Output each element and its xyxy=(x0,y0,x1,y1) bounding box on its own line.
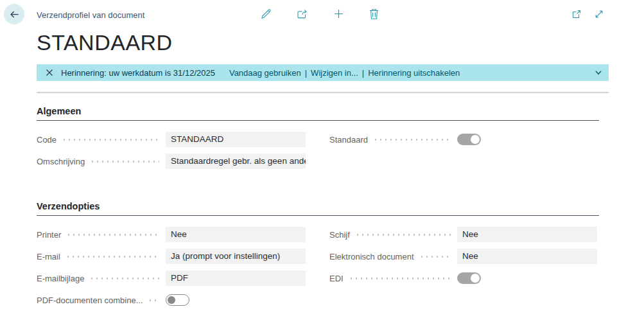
dotted-leader xyxy=(373,139,451,141)
standaard-label: Standaard xyxy=(329,135,368,145)
omschrijving-field[interactable]: Standaardregel gebr. als geen ander... xyxy=(166,154,306,169)
elektronisch-document-label: Elektronisch document xyxy=(329,252,414,261)
field-row-omschrijving: Omschrijving Standaardregel gebr. als ge… xyxy=(37,154,306,169)
field-row-schijf: Schijf Nee xyxy=(329,227,597,242)
edi-toggle[interactable] xyxy=(457,272,481,284)
action-toolbar xyxy=(260,8,379,20)
use-today-link[interactable]: Vandaag gebruiken xyxy=(229,68,301,78)
pdf-combineren-toggle[interactable] xyxy=(166,294,189,306)
close-icon[interactable] xyxy=(46,69,53,76)
field-row-email: E-mail Ja (prompt voor instellingen) xyxy=(37,249,306,264)
document-sending-profile-page: Verzendprofiel van document xyxy=(0,0,644,336)
section-title-algemeen[interactable]: Algemeen xyxy=(37,106,599,121)
back-arrow-icon xyxy=(9,9,20,20)
section-title-verzendopties[interactable]: Verzendopties xyxy=(37,201,599,216)
dotted-leader xyxy=(66,234,159,236)
omschrijving-label: Omschrijving xyxy=(37,157,85,166)
emailbijlage-label: E-mailbijlage xyxy=(37,274,84,283)
expand-icon[interactable] xyxy=(594,9,604,19)
code-field[interactable]: STANDAARD xyxy=(166,132,306,147)
separator: | xyxy=(362,68,364,78)
reminder-notification-bar: Herinnering: uw werkdatum is 31/12/2025 … xyxy=(37,64,609,81)
reminder-message: Herinnering: uw werkdatum is 31/12/2025 xyxy=(61,68,215,78)
field-row-edi: EDI xyxy=(329,270,597,286)
dotted-leader xyxy=(355,234,451,236)
schijf-label: Schijf xyxy=(329,230,350,240)
chevron-down-icon[interactable] xyxy=(594,68,603,77)
field-row-standaard: Standaard xyxy=(329,132,597,147)
reminder-actions: Vandaag gebruiken | Wijzigen in... | Her… xyxy=(229,68,460,78)
dotted-leader xyxy=(89,278,159,279)
page-caption: Verzendprofiel van document xyxy=(37,10,144,20)
field-row-emailbijlage: E-mailbijlage PDF xyxy=(37,270,306,286)
section-algemeen: Algemeen Code STANDAARD Omschrijving Sta… xyxy=(37,106,644,175)
edi-label: EDI xyxy=(329,274,344,283)
emailbijlage-field[interactable]: PDF xyxy=(166,270,306,286)
standaard-toggle[interactable] xyxy=(457,134,481,145)
printer-label: Printer xyxy=(37,230,61,240)
dotted-leader xyxy=(62,139,159,141)
section-verzendopties: Verzendopties Printer Nee E-mail Ja (pro… xyxy=(37,201,644,314)
header-divider xyxy=(37,92,609,93)
back-button[interactable] xyxy=(4,4,24,24)
email-label: E-mail xyxy=(37,252,60,261)
field-row-code: Code STANDAARD xyxy=(37,132,306,147)
share-icon[interactable] xyxy=(296,8,309,20)
delete-icon[interactable] xyxy=(369,8,379,20)
field-row-pdf-combineren: PDF-documenten combine... xyxy=(37,292,306,308)
popout-icon[interactable] xyxy=(571,9,582,19)
printer-field[interactable]: Nee xyxy=(166,227,306,242)
elektronisch-document-field[interactable]: Nee xyxy=(457,249,597,264)
email-field[interactable]: Ja (prompt voor instellingen) xyxy=(166,249,306,264)
top-bar: Verzendprofiel van document xyxy=(0,0,644,28)
schijf-field[interactable]: Nee xyxy=(457,227,597,242)
add-new-icon[interactable] xyxy=(333,8,345,20)
dotted-leader xyxy=(65,256,159,258)
page-title: STANDAARD xyxy=(37,30,644,55)
change-to-link[interactable]: Wijzigen in... xyxy=(311,68,358,78)
dotted-leader xyxy=(419,256,451,258)
window-controls xyxy=(571,9,604,19)
dotted-leader xyxy=(349,278,451,279)
field-row-elektronisch-document: Elektronisch document Nee xyxy=(329,249,597,264)
dotted-leader xyxy=(90,161,159,163)
field-row-printer: Printer Nee xyxy=(37,227,306,242)
separator: | xyxy=(305,68,307,78)
edit-icon[interactable] xyxy=(260,8,272,20)
code-label: Code xyxy=(37,135,57,145)
pdf-combineren-label: PDF-documenten combine... xyxy=(37,296,143,305)
dotted-leader xyxy=(148,299,159,301)
disable-reminder-link[interactable]: Herinnering uitschakelen xyxy=(368,68,460,78)
